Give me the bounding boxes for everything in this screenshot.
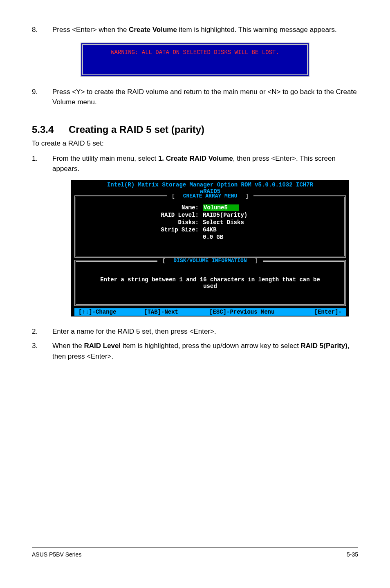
step-number-3: 3. <box>32 341 52 361</box>
section-title: Creating a RAID 5 set (parity) <box>69 124 204 135</box>
key-previous-menu[interactable]: [ESC]-Previous Menu <box>209 309 301 315</box>
step-1-part-a: From the utility main menu, select <box>52 155 158 162</box>
section-intro: To create a RAID 5 set: <box>32 139 358 148</box>
step-number-1: 1. <box>32 153 52 174</box>
raid-level-value[interactable]: RAID5(Parity) <box>203 212 247 218</box>
bios-status-bar: [↑↓]-Change [TAB]-Next [ESC]-Previous Me… <box>74 308 346 316</box>
strip-size-value[interactable]: 64KB <box>203 227 217 233</box>
step-3-part-a: When the <box>52 342 84 350</box>
step-8-part-c: item is highlighted. This warning messag… <box>177 26 337 34</box>
step-text-3: When the RAID Level item is highlighted,… <box>52 341 358 361</box>
raid-level-bold: RAID Level <box>84 342 121 350</box>
section-heading: 5.3.4 Creating a RAID 5 set (parity) <box>32 124 358 135</box>
capacity-value: 0.0 GB <box>203 234 223 240</box>
footer-right: 5-35 <box>347 551 358 558</box>
step-3-part-c: item is highlighted, press the up/down a… <box>121 342 300 350</box>
raid5-parity-bold: RAID 5(Parity) <box>301 342 347 350</box>
footer-left: ASUS P5BV Series <box>32 551 81 558</box>
step-8-part-a: Press <Enter> when the <box>52 26 129 34</box>
name-input[interactable]: Volume5___ <box>203 204 239 211</box>
warning-text: WARNING: ALL DATA ON SELECTED DISKS WILL… <box>86 49 304 56</box>
warning-terminal-box: WARNING: ALL DATA ON SELECTED DISKS WILL… <box>81 43 309 77</box>
bios-screenshot: Intel(R) Matrix Storage Manager Option R… <box>71 180 349 316</box>
raid-level-label: RAID Level: <box>80 212 203 218</box>
panel1-label-text: CREATE ARRAY MENU <box>181 193 240 199</box>
disks-value[interactable]: Select Disks <box>203 219 244 226</box>
bios-title-line-1: Intel(R) Matrix Storage Manager Option R… <box>71 180 349 188</box>
key-enter[interactable]: [Enter]- <box>301 309 342 315</box>
disks-label: Disks: <box>80 219 203 226</box>
bios-create-array-panel: [ CREATE ARRAY MENU ] Name: Volume5___ R… <box>74 195 346 258</box>
create-volume-bold: Create Volume <box>129 26 177 34</box>
create-array-menu-label: [ CREATE ARRAY MENU ] <box>76 193 344 199</box>
info-line-2: used <box>80 283 340 290</box>
bios-disk-volume-info-panel: [ DISK/VOLUME INFORMATION ] Enter a stri… <box>74 260 346 306</box>
step-text-2: Enter a name for the RAID 5 set, then pr… <box>52 326 358 337</box>
panel2-label-text: DISK/VOLUME INFORMATION <box>171 258 249 264</box>
key-next[interactable]: [TAB]-Next <box>144 309 209 315</box>
step-number-9: 9. <box>32 87 52 108</box>
step-text-8: Press <Enter> when the Create Volume ite… <box>52 25 358 35</box>
step-text-9: Press <Y> to create the RAID volume and … <box>52 87 358 108</box>
info-line-1: Enter a string between 1 and 16 characte… <box>80 276 340 283</box>
page-footer: ASUS P5BV Series 5-35 <box>32 548 358 558</box>
capacity-label <box>80 234 203 240</box>
strip-size-label: Strip Size: <box>80 227 203 233</box>
name-label: Name: <box>80 204 203 211</box>
key-change[interactable]: [↑↓]-Change <box>78 309 144 315</box>
step-number-8: 8. <box>32 25 52 35</box>
name-value: Volume5 <box>204 204 228 211</box>
section-number: 5.3.4 <box>32 124 69 135</box>
create-raid-volume-bold: 1. Create RAID Volume <box>158 155 233 162</box>
step-text-1: From the utility main menu, select 1. Cr… <box>52 153 358 174</box>
disk-volume-info-label: [ DISK/VOLUME INFORMATION ] <box>76 258 344 264</box>
step-number-2: 2. <box>32 326 52 337</box>
